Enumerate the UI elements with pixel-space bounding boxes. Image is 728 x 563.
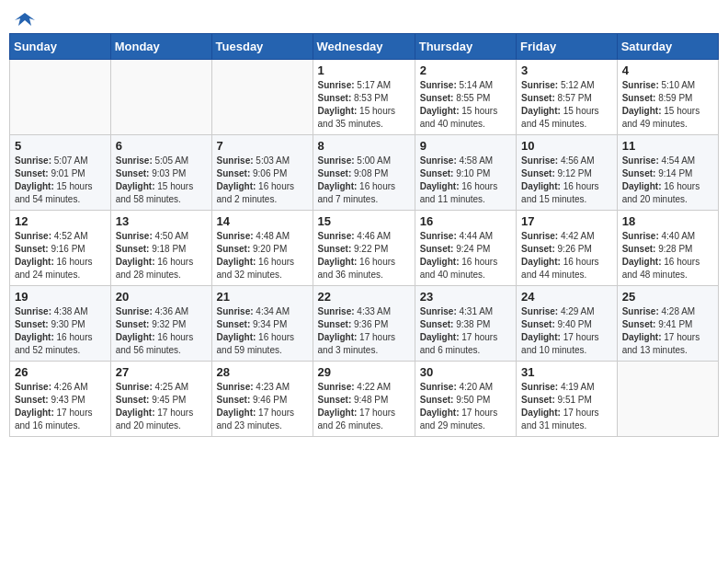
- day-info: Sunrise: 4:54 AMSunset: 9:14 PMDaylight:…: [622, 155, 713, 206]
- day-number: 7: [217, 139, 308, 153]
- day-number: 25: [622, 290, 713, 304]
- day-info: Sunrise: 4:31 AMSunset: 9:38 PMDaylight:…: [420, 305, 511, 357]
- day-info: Sunrise: 5:14 AMSunset: 8:55 PMDaylight:…: [420, 79, 511, 131]
- svg-marker-0: [15, 13, 35, 26]
- day-info: Sunrise: 4:58 AMSunset: 9:10 PMDaylight:…: [420, 155, 511, 206]
- day-number: 22: [318, 290, 410, 304]
- day-number: 16: [420, 214, 511, 228]
- day-cell-25: 25Sunrise: 4:28 AMSunset: 9:41 PMDayligh…: [617, 286, 718, 362]
- day-cell-27: 27Sunrise: 4:25 AMSunset: 9:45 PMDayligh…: [110, 362, 211, 437]
- weekday-header-sunday: Sunday: [10, 34, 111, 60]
- day-number: 8: [318, 139, 410, 153]
- day-number: 11: [622, 139, 713, 153]
- empty-cell: [110, 60, 211, 135]
- day-info: Sunrise: 4:46 AMSunset: 9:22 PMDaylight:…: [318, 230, 410, 282]
- day-number: 9: [420, 139, 511, 153]
- day-cell-3: 3Sunrise: 5:12 AMSunset: 8:57 PMDaylight…: [517, 60, 618, 135]
- day-info: Sunrise: 4:48 AMSunset: 9:20 PMDaylight:…: [217, 230, 308, 282]
- day-cell-12: 12Sunrise: 4:52 AMSunset: 9:16 PMDayligh…: [10, 211, 111, 286]
- day-info: Sunrise: 4:38 AMSunset: 9:30 PMDaylight:…: [15, 305, 106, 357]
- weekday-header-monday: Monday: [110, 34, 211, 60]
- day-number: 27: [116, 365, 207, 379]
- day-info: Sunrise: 4:20 AMSunset: 9:50 PMDaylight:…: [420, 381, 511, 432]
- day-cell-21: 21Sunrise: 4:34 AMSunset: 9:34 PMDayligh…: [211, 286, 313, 362]
- week-row-2: 5Sunrise: 5:07 AMSunset: 9:01 PMDaylight…: [10, 135, 719, 211]
- day-info: Sunrise: 5:05 AMSunset: 9:03 PMDaylight:…: [116, 155, 207, 206]
- calendar-table: SundayMondayTuesdayWednesdayThursdayFrid…: [9, 33, 719, 437]
- day-cell-20: 20Sunrise: 4:36 AMSunset: 9:32 PMDayligh…: [110, 286, 211, 362]
- day-cell-30: 30Sunrise: 4:20 AMSunset: 9:50 PMDayligh…: [415, 362, 516, 437]
- day-cell-18: 18Sunrise: 4:40 AMSunset: 9:28 PMDayligh…: [617, 211, 718, 286]
- weekday-header-tuesday: Tuesday: [211, 34, 313, 60]
- day-number: 15: [318, 214, 410, 228]
- day-info: Sunrise: 4:26 AMSunset: 9:43 PMDaylight:…: [15, 381, 106, 432]
- day-number: 5: [15, 139, 106, 153]
- day-cell-7: 7Sunrise: 5:03 AMSunset: 9:06 PMDaylight…: [211, 135, 313, 211]
- day-number: 1: [318, 63, 410, 77]
- day-info: Sunrise: 4:33 AMSunset: 9:36 PMDaylight:…: [318, 305, 410, 357]
- day-cell-10: 10Sunrise: 4:56 AMSunset: 9:12 PMDayligh…: [517, 135, 618, 211]
- day-cell-13: 13Sunrise: 4:50 AMSunset: 9:18 PMDayligh…: [110, 211, 211, 286]
- day-cell-29: 29Sunrise: 4:22 AMSunset: 9:48 PMDayligh…: [313, 362, 415, 437]
- day-cell-26: 26Sunrise: 4:26 AMSunset: 9:43 PMDayligh…: [10, 362, 111, 437]
- day-cell-15: 15Sunrise: 4:46 AMSunset: 9:22 PMDayligh…: [313, 211, 415, 286]
- weekday-header-wednesday: Wednesday: [313, 34, 415, 60]
- week-row-1: 1Sunrise: 5:17 AMSunset: 8:53 PMDaylight…: [10, 60, 719, 135]
- day-number: 31: [521, 365, 612, 379]
- day-cell-4: 4Sunrise: 5:10 AMSunset: 8:59 PMDaylight…: [617, 60, 718, 135]
- day-number: 21: [217, 290, 308, 304]
- day-cell-2: 2Sunrise: 5:14 AMSunset: 8:55 PMDaylight…: [415, 60, 516, 135]
- weekday-header-thursday: Thursday: [415, 34, 516, 60]
- empty-cell: [10, 60, 111, 135]
- day-cell-24: 24Sunrise: 4:29 AMSunset: 9:40 PMDayligh…: [517, 286, 618, 362]
- day-info: Sunrise: 5:10 AMSunset: 8:59 PMDaylight:…: [622, 79, 713, 131]
- day-number: 23: [420, 290, 511, 304]
- logo-bird-icon: [15, 9, 35, 29]
- day-cell-5: 5Sunrise: 5:07 AMSunset: 9:01 PMDaylight…: [10, 135, 111, 211]
- week-row-3: 12Sunrise: 4:52 AMSunset: 9:16 PMDayligh…: [10, 211, 719, 286]
- day-cell-19: 19Sunrise: 4:38 AMSunset: 9:30 PMDayligh…: [10, 286, 111, 362]
- day-cell-31: 31Sunrise: 4:19 AMSunset: 9:51 PMDayligh…: [517, 362, 618, 437]
- day-info: Sunrise: 5:17 AMSunset: 8:53 PMDaylight:…: [318, 79, 410, 131]
- day-info: Sunrise: 4:29 AMSunset: 9:40 PMDaylight:…: [521, 305, 612, 357]
- day-number: 6: [116, 139, 207, 153]
- empty-cell: [617, 362, 718, 437]
- day-number: 17: [521, 214, 612, 228]
- day-number: 20: [116, 290, 207, 304]
- logo: [13, 9, 35, 26]
- day-cell-16: 16Sunrise: 4:44 AMSunset: 9:24 PMDayligh…: [415, 211, 516, 286]
- page-header: [9, 9, 719, 26]
- day-cell-23: 23Sunrise: 4:31 AMSunset: 9:38 PMDayligh…: [415, 286, 516, 362]
- day-cell-17: 17Sunrise: 4:42 AMSunset: 9:26 PMDayligh…: [517, 211, 618, 286]
- day-info: Sunrise: 5:12 AMSunset: 8:57 PMDaylight:…: [521, 79, 612, 131]
- day-number: 30: [420, 365, 511, 379]
- day-info: Sunrise: 4:22 AMSunset: 9:48 PMDaylight:…: [318, 381, 410, 432]
- day-info: Sunrise: 4:50 AMSunset: 9:18 PMDaylight:…: [116, 230, 207, 282]
- day-cell-6: 6Sunrise: 5:05 AMSunset: 9:03 PMDaylight…: [110, 135, 211, 211]
- week-row-5: 26Sunrise: 4:26 AMSunset: 9:43 PMDayligh…: [10, 362, 719, 437]
- day-cell-14: 14Sunrise: 4:48 AMSunset: 9:20 PMDayligh…: [211, 211, 313, 286]
- day-cell-22: 22Sunrise: 4:33 AMSunset: 9:36 PMDayligh…: [313, 286, 415, 362]
- day-info: Sunrise: 4:34 AMSunset: 9:34 PMDaylight:…: [217, 305, 308, 357]
- day-info: Sunrise: 4:44 AMSunset: 9:24 PMDaylight:…: [420, 230, 511, 282]
- day-number: 10: [521, 139, 612, 153]
- day-number: 19: [15, 290, 106, 304]
- day-info: Sunrise: 5:00 AMSunset: 9:08 PMDaylight:…: [318, 155, 410, 206]
- day-info: Sunrise: 4:23 AMSunset: 9:46 PMDaylight:…: [217, 381, 308, 432]
- day-cell-11: 11Sunrise: 4:54 AMSunset: 9:14 PMDayligh…: [617, 135, 718, 211]
- day-info: Sunrise: 4:19 AMSunset: 9:51 PMDaylight:…: [521, 381, 612, 432]
- day-cell-8: 8Sunrise: 5:00 AMSunset: 9:08 PMDaylight…: [313, 135, 415, 211]
- empty-cell: [211, 60, 313, 135]
- day-info: Sunrise: 4:40 AMSunset: 9:28 PMDaylight:…: [622, 230, 713, 282]
- day-info: Sunrise: 4:42 AMSunset: 9:26 PMDaylight:…: [521, 230, 612, 282]
- day-number: 12: [15, 214, 106, 228]
- day-number: 14: [217, 214, 308, 228]
- day-cell-9: 9Sunrise: 4:58 AMSunset: 9:10 PMDaylight…: [415, 135, 516, 211]
- day-info: Sunrise: 4:36 AMSunset: 9:32 PMDaylight:…: [116, 305, 207, 357]
- day-number: 13: [116, 214, 207, 228]
- day-number: 26: [15, 365, 106, 379]
- week-row-4: 19Sunrise: 4:38 AMSunset: 9:30 PMDayligh…: [10, 286, 719, 362]
- day-number: 29: [318, 365, 410, 379]
- day-info: Sunrise: 4:52 AMSunset: 9:16 PMDaylight:…: [15, 230, 106, 282]
- day-info: Sunrise: 4:28 AMSunset: 9:41 PMDaylight:…: [622, 305, 713, 357]
